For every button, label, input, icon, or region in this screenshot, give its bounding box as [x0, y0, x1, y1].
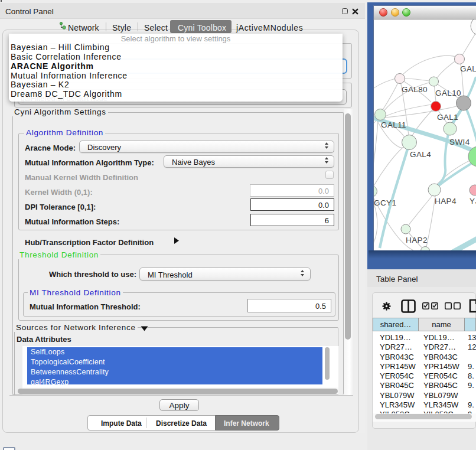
svg-text:GAL1: GAL1: [437, 113, 458, 122]
svg-text:GAL4: GAL4: [410, 150, 431, 159]
svg-text:HAP2: HAP2: [406, 236, 428, 244]
svg-text:HAP4: HAP4: [435, 197, 457, 206]
svg-text:GCY1: GCY1: [374, 198, 396, 207]
svg-text:YJL0: YJL0: [470, 197, 476, 206]
svg-text:GAL80: GAL80: [402, 85, 428, 94]
svg-text:GAL10: GAL10: [435, 89, 461, 97]
svg-text:GAL2: GAL2: [460, 64, 476, 73]
svg-text:SWI4: SWI4: [449, 138, 470, 146]
svg-text:GAL11: GAL11: [381, 120, 406, 129]
